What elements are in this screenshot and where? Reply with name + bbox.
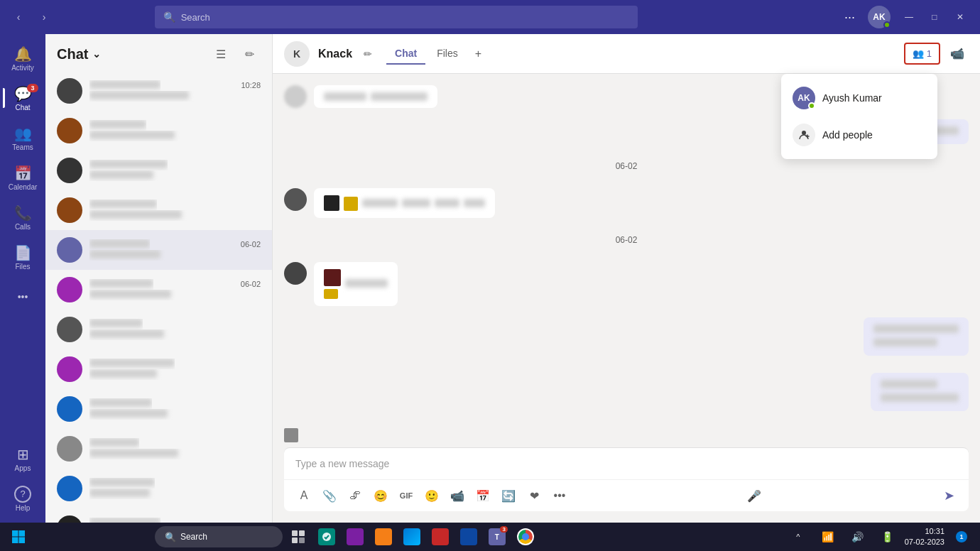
maximize-button[interactable]: □ [923, 7, 946, 27]
list-item[interactable] [45, 310, 272, 349]
clip-button[interactable]: 🖇 [344, 484, 366, 507]
back-arrow[interactable]: ‹ [9, 7, 28, 27]
edit-channel-name-button[interactable]: ✏ [364, 48, 372, 60]
attach-button[interactable]: 📎 [318, 484, 341, 507]
sidebar-item-more[interactable]: ••• [3, 278, 43, 315]
avatar [57, 78, 82, 104]
search-input[interactable] [181, 12, 629, 23]
nav-sidebar: 🔔 Activity 3 💬 Chat 👥 Teams 📅 Calendar 📞… [0, 34, 45, 523]
sidebar-item-apps[interactable]: ⊞ Apps [3, 440, 43, 477]
participants-dropdown: AK Ayush Kumar Add people [781, 74, 937, 159]
sidebar-item-calendar[interactable]: 📅 Calendar [3, 159, 43, 196]
taskbar: 🔍 Search T 3 [0, 523, 980, 551]
send-button[interactable]: ➤ [937, 484, 960, 507]
chat-list-title[interactable]: Chat ⌄ [57, 46, 101, 62]
input-placeholder: Type a new message [295, 458, 389, 469]
list-item[interactable] [45, 508, 272, 523]
input-area: Type a new message A 📎 🖇 😊 GIF 🙂 📹 📅 🔄 ❤… [284, 447, 969, 511]
svg-rect-8 [57, 396, 82, 422]
loop-button[interactable]: 🔄 [497, 484, 520, 507]
channel-avatar: K [284, 41, 310, 67]
list-item[interactable]: 06-02 [45, 270, 272, 310]
tab-files[interactable]: Files [428, 43, 467, 65]
taskbar-app-3[interactable] [428, 524, 453, 550]
message-bubble [314, 262, 398, 306]
svg-rect-0 [57, 78, 82, 104]
window-controls: — □ ✕ [898, 7, 971, 27]
list-item[interactable] [45, 349, 272, 389]
avatar [57, 197, 82, 223]
filter-button[interactable]: ☰ [209, 43, 232, 65]
format-button[interactable]: A [293, 484, 315, 507]
tab-chat[interactable]: Chat [386, 43, 425, 65]
svg-rect-13 [19, 530, 26, 537]
taskbar-app-meet[interactable] [314, 524, 339, 550]
list-item[interactable] [45, 429, 272, 469]
add-people-item[interactable]: Add people [781, 116, 937, 153]
compose-button[interactable]: ✏ [238, 43, 261, 65]
minimize-button[interactable]: — [898, 7, 920, 27]
emoji-button[interactable]: 😊 [369, 484, 392, 507]
participants-count: 1 [927, 48, 932, 59]
volume-icon[interactable]: 🔊 [845, 524, 871, 550]
more-icon: ••• [18, 291, 28, 302]
taskbar-app-1[interactable] [342, 524, 368, 550]
list-item[interactable] [45, 111, 272, 151]
user-avatar[interactable]: AK [868, 6, 891, 28]
sidebar-item-files[interactable]: 📄 Files [3, 239, 43, 276]
battery-icon[interactable]: 🔋 [875, 524, 900, 550]
taskbar-right: ^ 📶 🔊 🔋 10:31 07-02-2023 1 [785, 524, 974, 550]
sidebar-item-help[interactable]: ? Help [3, 480, 43, 517]
search-bar[interactable]: 🔍 [155, 6, 638, 28]
sidebar-item-teams[interactable]: 👥 Teams [3, 119, 43, 156]
apps-label: Apps [15, 464, 31, 472]
schedule-button[interactable]: 📅 [472, 484, 494, 507]
taskbar-app-teams[interactable]: T 3 [484, 524, 510, 550]
sidebar-item-calls[interactable]: 📞 Calls [3, 199, 43, 236]
calls-label: Calls [15, 223, 31, 231]
taskbar-app-chrome[interactable] [513, 524, 538, 550]
participants-button[interactable]: 👥 1 [904, 43, 940, 65]
list-item[interactable] [45, 151, 272, 190]
taskbar-search-text: Search [180, 532, 207, 542]
reaction-button[interactable]: ❤ [523, 484, 545, 507]
close-button[interactable]: ✕ [949, 7, 971, 27]
audio-button[interactable]: 🎤 [743, 484, 766, 507]
avatar [57, 436, 82, 462]
calendar-icon: 📅 [14, 165, 32, 182]
more-options-button[interactable]: ··· [839, 7, 861, 28]
dropdown-user-item[interactable]: AK Ayush Kumar [781, 80, 937, 116]
add-tab-button[interactable]: + [469, 43, 487, 65]
list-item[interactable] [45, 469, 272, 508]
notification-button[interactable]: 1 [949, 524, 974, 550]
taskbar-app-2[interactable] [371, 524, 396, 550]
taskbar-search[interactable]: 🔍 Search [155, 526, 283, 547]
more-options-button[interactable]: ••• [548, 484, 571, 507]
forward-arrow[interactable]: › [34, 7, 54, 27]
gif-button[interactable]: GIF [395, 484, 418, 507]
sidebar-item-activity[interactable]: 🔔 Activity [3, 40, 43, 77]
taskbar-app-edge[interactable] [399, 524, 425, 550]
list-item[interactable]: 10:28 [45, 71, 272, 111]
list-item[interactable] [45, 389, 272, 429]
taskbar-clock[interactable]: 10:31 07-02-2023 [905, 526, 944, 548]
start-button[interactable] [6, 524, 31, 550]
meet-button[interactable]: 📹 [446, 484, 469, 507]
svg-rect-15 [19, 538, 26, 544]
task-view-button[interactable] [285, 524, 311, 550]
message-input[interactable]: Type a new message [284, 448, 969, 479]
video-call-button[interactable]: 📹 [946, 43, 969, 65]
avatar [57, 277, 82, 302]
taskbar-app-4[interactable] [456, 524, 481, 550]
svg-rect-16 [292, 530, 298, 536]
teams-icon: 👥 [14, 125, 32, 142]
list-item[interactable] [45, 190, 272, 230]
svg-rect-14 [12, 538, 18, 544]
chat-list-header: Chat ⌄ ☰ ✏ [45, 34, 272, 71]
network-icon[interactable]: 📶 [815, 524, 841, 550]
sidebar-item-chat[interactable]: 3 💬 Chat [3, 80, 43, 116]
activity-label: Activity [11, 64, 34, 72]
sticker-button[interactable]: 🙂 [420, 484, 443, 507]
system-tray-expand[interactable]: ^ [785, 524, 811, 550]
list-item[interactable]: 06-02 [45, 230, 272, 270]
